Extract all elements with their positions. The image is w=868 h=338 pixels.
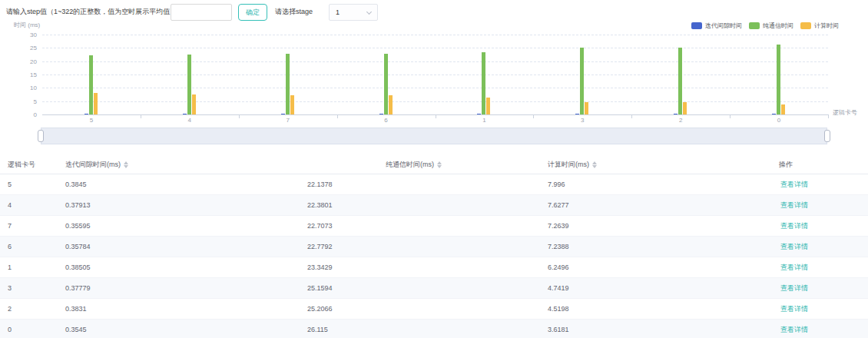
gridline xyxy=(42,101,828,102)
view-details-link[interactable]: 查看详情 xyxy=(780,257,808,278)
legend-swatch-icon xyxy=(691,22,702,29)
bar-迭代间隙时间-card7[interactable] xyxy=(281,114,285,114)
bar-迭代间隙时间-card3[interactable] xyxy=(575,114,579,114)
table-row-card-5: 50.384522.13787.996查看详情 xyxy=(0,174,868,195)
gridline xyxy=(42,75,828,75)
x-tick-label: 5 xyxy=(76,117,107,124)
table-cell: 0.38505 xyxy=(65,257,91,278)
x-tick xyxy=(730,115,731,118)
bar-纯通信时间-card2[interactable] xyxy=(678,48,682,114)
bar-纯通信时间-card1[interactable] xyxy=(482,52,485,114)
datazoom-track[interactable] xyxy=(41,128,827,144)
x-tick-label: 7 xyxy=(273,117,303,124)
sort-icon[interactable] xyxy=(437,161,442,168)
bar-迭代间隙时间-card0[interactable] xyxy=(772,114,776,114)
x-tick xyxy=(239,115,240,118)
x-tick-label: 1 xyxy=(469,117,499,124)
table-cell: 22.1378 xyxy=(307,174,333,195)
table-cell: 0.3831 xyxy=(65,299,87,320)
view-details-link[interactable]: 查看详情 xyxy=(780,195,808,216)
stage-select-value: 1 xyxy=(336,5,340,20)
legend-swatch-icon xyxy=(749,22,760,29)
x-tick-label: 2 xyxy=(665,117,696,124)
bar-计算时间-card3[interactable] xyxy=(585,102,588,114)
table-cell: 4 xyxy=(8,195,12,216)
x-tick-label: 4 xyxy=(174,117,205,124)
view-details-link[interactable]: 查看详情 xyxy=(780,237,808,257)
table-cell: 25.2066 xyxy=(307,299,333,320)
chart-legend: 迭代间隙时间纯通信时间计算时间 xyxy=(691,22,839,30)
x-tick xyxy=(631,115,632,118)
table-row-card-2: 20.383125.20664.5198查看详情 xyxy=(0,299,868,320)
step-input[interactable] xyxy=(171,4,232,21)
legend-label: 迭代间隙时间 xyxy=(705,22,742,30)
step-input-label: 请输入step值（1~322的正整数，值为空时展示平均值） xyxy=(6,3,177,20)
x-tick xyxy=(533,115,534,118)
bar-计算时间-card6[interactable] xyxy=(389,95,393,114)
view-details-link[interactable]: 查看详情 xyxy=(780,320,808,338)
bar-迭代间隙时间-card2[interactable] xyxy=(674,114,678,114)
bar-迭代间隙时间-card6[interactable] xyxy=(379,114,383,114)
bar-迭代间隙时间-card4[interactable] xyxy=(183,114,187,114)
bar-计算时间-card2[interactable] xyxy=(683,102,687,114)
datazoom-left-handle[interactable] xyxy=(38,130,44,142)
x-tick-label: 0 xyxy=(764,117,794,124)
dashboard: 请输入step值（1~322的正整数，值为空时展示平均值） 确定 请选择stag… xyxy=(0,0,868,338)
x-tick xyxy=(436,115,436,118)
bar-纯通信时间-card3[interactable] xyxy=(580,48,584,114)
table-cell: 6.2496 xyxy=(548,257,569,278)
bar-计算时间-card4[interactable] xyxy=(192,94,196,114)
bar-纯通信时间-card6[interactable] xyxy=(384,54,388,114)
x-axis-name: 逻辑卡号 xyxy=(833,108,857,117)
x-tick xyxy=(828,115,829,118)
confirm-button[interactable]: 确定 xyxy=(238,4,267,21)
table-cell: 3 xyxy=(8,278,12,299)
table-cell: 5 xyxy=(8,174,12,195)
legend-item-0[interactable]: 迭代间隙时间 xyxy=(691,22,742,30)
table-row-card-3: 30.3777925.15944.7419查看详情 xyxy=(0,278,868,299)
table-cell: 25.1594 xyxy=(307,278,333,299)
view-details-link[interactable]: 查看详情 xyxy=(780,278,808,299)
legend-swatch-icon xyxy=(800,22,811,29)
chevron-down-icon xyxy=(366,9,372,15)
x-tick xyxy=(141,115,141,118)
sort-icon[interactable] xyxy=(124,161,128,168)
sort-icon[interactable] xyxy=(592,161,597,168)
bar-计算时间-card1[interactable] xyxy=(486,98,490,114)
bar-计算时间-card7[interactable] xyxy=(290,95,294,114)
table-cell: 22.3801 xyxy=(307,195,333,216)
view-details-link[interactable]: 查看详情 xyxy=(780,299,808,320)
table-cell: 6 xyxy=(8,237,12,257)
legend-label: 纯通信时间 xyxy=(763,22,793,30)
bar-计算时间-card5[interactable] xyxy=(94,93,98,114)
bar-纯通信时间-card4[interactable] xyxy=(187,55,191,114)
bar-计算时间-card0[interactable] xyxy=(781,104,785,114)
column-header-3[interactable]: 计算时间(ms) xyxy=(548,154,597,174)
legend-item-1[interactable]: 纯通信时间 xyxy=(749,22,793,30)
gridline xyxy=(42,61,828,62)
gridline xyxy=(42,88,828,88)
gridline xyxy=(42,35,828,35)
y-tick-label: 10 xyxy=(6,84,37,91)
bar-纯通信时间-card5[interactable] xyxy=(89,55,93,114)
view-details-link[interactable]: 查看详情 xyxy=(780,216,808,237)
stage-select[interactable]: 1 xyxy=(329,4,378,21)
gridline xyxy=(42,48,828,48)
legend-item-2[interactable]: 计算时间 xyxy=(800,22,839,30)
column-header-2[interactable]: 纯通信时间(ms) xyxy=(386,154,442,174)
y-axis-name: 时间 (ms) xyxy=(14,21,40,29)
y-tick-label: 25 xyxy=(6,45,37,51)
table-cell: 7.2388 xyxy=(548,237,569,257)
y-tick-label: 5 xyxy=(6,98,37,105)
bar-迭代间隙时间-card1[interactable] xyxy=(477,114,481,114)
column-header-1[interactable]: 迭代间隙时间(ms) xyxy=(65,154,128,174)
bar-纯通信时间-card7[interactable] xyxy=(286,54,290,114)
table-cell: 7.2639 xyxy=(548,216,569,237)
table-body: 50.384522.13787.996查看详情40.3791322.38017.… xyxy=(0,174,868,338)
table-cell: 7 xyxy=(8,216,12,237)
bar-纯通信时间-card0[interactable] xyxy=(777,45,780,114)
bar-迭代间隙时间-card5[interactable] xyxy=(84,114,88,114)
view-details-link[interactable]: 查看详情 xyxy=(780,174,808,195)
table-cell: 23.3429 xyxy=(307,257,333,278)
datazoom-right-handle[interactable] xyxy=(824,130,830,142)
